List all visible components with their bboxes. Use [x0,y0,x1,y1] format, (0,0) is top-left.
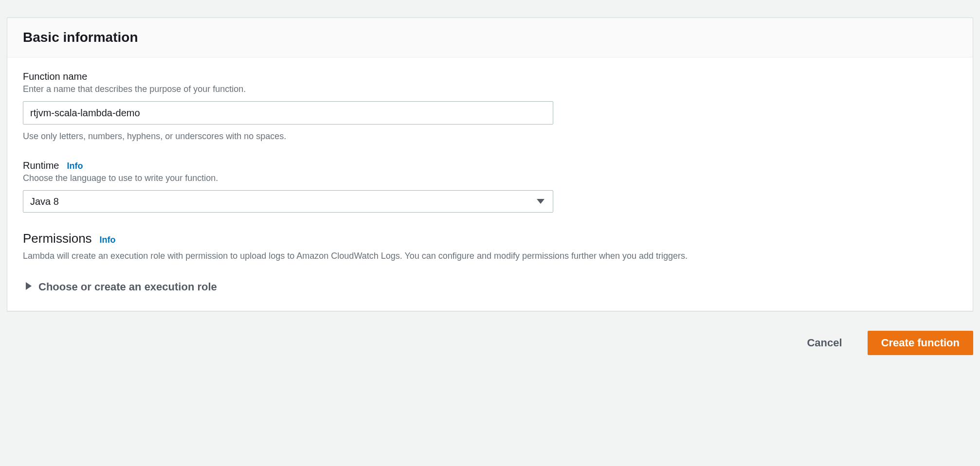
form-actions: Cancel Create function [793,331,973,355]
basic-information-panel: Basic information Function name Enter a … [7,18,973,311]
execution-role-expander-label: Choose or create an execution role [38,281,217,293]
function-name-label: Function name [23,71,957,82]
create-function-button[interactable]: Create function [868,331,973,355]
runtime-description: Choose the language to use to write your… [23,173,957,183]
runtime-info-link[interactable]: Info [67,161,83,171]
panel-header: Basic information [7,18,973,57]
permissions-section: Permissions Info Lambda will create an e… [23,231,957,293]
function-name-field: Function name Enter a name that describe… [23,71,957,142]
function-name-hint: Use only letters, numbers, hyphens, or u… [23,131,957,142]
function-name-input[interactable] [23,101,553,125]
svg-marker-1 [26,282,32,290]
runtime-label: Runtime [23,160,59,171]
permissions-heading: Permissions [23,231,92,246]
runtime-select[interactable]: Java 8 [23,190,553,213]
caret-right-icon [26,282,32,292]
execution-role-expander[interactable]: Choose or create an execution role [23,281,957,293]
function-name-description: Enter a name that describes the purpose … [23,84,957,94]
panel-title: Basic information [23,30,957,45]
permissions-description: Lambda will create an execution role wit… [23,251,957,261]
permissions-info-link[interactable]: Info [100,235,116,245]
panel-body: Function name Enter a name that describe… [7,57,973,311]
cancel-button[interactable]: Cancel [793,331,855,355]
runtime-field: Runtime Info Choose the language to use … [23,160,957,213]
